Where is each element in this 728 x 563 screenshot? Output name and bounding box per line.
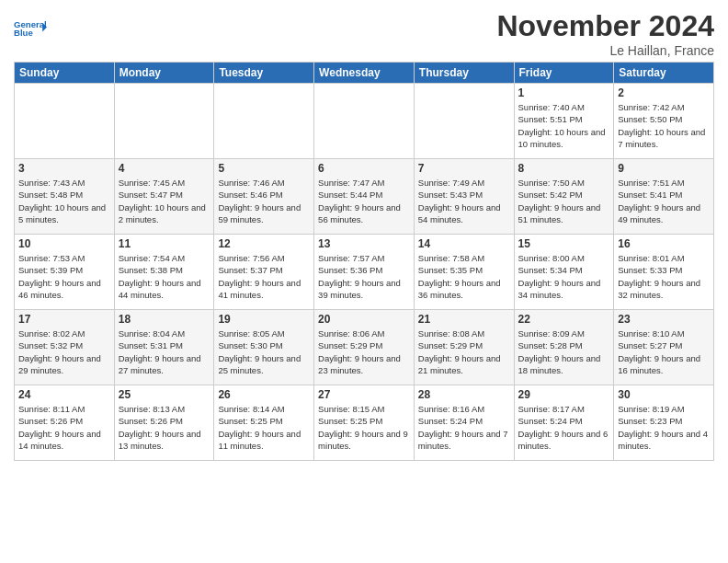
day-info: Sunrise: 7:46 AMSunset: 5:46 PMDaylight:…	[218, 177, 310, 225]
title-block: November 2024 Le Haillan, France	[496, 9, 714, 58]
calendar-week-row: 17 Sunrise: 8:02 AMSunset: 5:32 PMDaylig…	[15, 310, 714, 385]
table-row: 8 Sunrise: 7:50 AMSunset: 5:42 PMDayligh…	[514, 159, 614, 235]
calendar-table: Sunday Monday Tuesday Wednesday Thursday…	[14, 62, 714, 461]
day-info: Sunrise: 8:17 AMSunset: 5:24 PMDaylight:…	[518, 403, 610, 452]
day-number: 25	[119, 388, 210, 401]
day-info: Sunrise: 8:14 AMSunset: 5:25 PMDaylight:…	[218, 403, 310, 452]
day-number: 4	[119, 162, 210, 175]
table-row: 9 Sunrise: 7:51 AMSunset: 5:41 PMDayligh…	[614, 159, 714, 235]
table-row: 27 Sunrise: 8:15 AMSunset: 5:25 PMDaylig…	[314, 385, 415, 461]
day-number: 23	[618, 313, 710, 326]
day-number: 29	[518, 388, 610, 401]
table-row: 21 Sunrise: 8:08 AMSunset: 5:29 PMDaylig…	[414, 310, 514, 385]
day-number: 28	[418, 388, 510, 401]
table-row: 1 Sunrise: 7:40 AMSunset: 5:51 PMDayligh…	[514, 84, 614, 159]
table-row: 3 Sunrise: 7:43 AMSunset: 5:48 PMDayligh…	[15, 159, 115, 235]
table-row: 2 Sunrise: 7:42 AMSunset: 5:50 PMDayligh…	[614, 84, 714, 159]
table-row	[314, 84, 415, 159]
table-row: 30 Sunrise: 8:19 AMSunset: 5:23 PMDaylig…	[614, 385, 714, 461]
col-wednesday: Wednesday	[314, 63, 415, 84]
day-info: Sunrise: 7:42 AMSunset: 5:50 PMDaylight:…	[618, 101, 710, 150]
day-number: 11	[119, 237, 210, 250]
day-number: 26	[218, 388, 310, 401]
day-info: Sunrise: 7:47 AMSunset: 5:44 PMDaylight:…	[318, 177, 410, 225]
day-number: 12	[218, 237, 310, 250]
table-row: 13 Sunrise: 7:57 AMSunset: 5:36 PMDaylig…	[314, 235, 415, 310]
table-row: 6 Sunrise: 7:47 AMSunset: 5:44 PMDayligh…	[314, 159, 415, 235]
day-number: 17	[18, 313, 110, 326]
table-row: 22 Sunrise: 8:09 AMSunset: 5:28 PMDaylig…	[514, 310, 614, 385]
day-number: 7	[418, 162, 510, 175]
day-info: Sunrise: 7:50 AMSunset: 5:42 PMDaylight:…	[518, 177, 610, 225]
day-info: Sunrise: 7:49 AMSunset: 5:43 PMDaylight:…	[418, 177, 510, 225]
table-row: 26 Sunrise: 8:14 AMSunset: 5:25 PMDaylig…	[214, 385, 314, 461]
table-row: 14 Sunrise: 7:58 AMSunset: 5:35 PMDaylig…	[414, 235, 514, 310]
day-number: 13	[318, 237, 410, 250]
table-row: 17 Sunrise: 8:02 AMSunset: 5:32 PMDaylig…	[15, 310, 115, 385]
day-info: Sunrise: 7:40 AMSunset: 5:51 PMDaylight:…	[518, 101, 610, 150]
table-row	[15, 84, 115, 159]
day-info: Sunrise: 7:58 AMSunset: 5:35 PMDaylight:…	[418, 252, 510, 301]
day-number: 9	[618, 162, 710, 175]
table-row: 25 Sunrise: 8:13 AMSunset: 5:26 PMDaylig…	[114, 385, 214, 461]
table-row: 5 Sunrise: 7:46 AMSunset: 5:46 PMDayligh…	[214, 159, 314, 235]
table-row	[414, 84, 514, 159]
day-info: Sunrise: 7:54 AMSunset: 5:38 PMDaylight:…	[119, 252, 210, 301]
col-tuesday: Tuesday	[214, 63, 314, 84]
day-info: Sunrise: 8:06 AMSunset: 5:29 PMDaylight:…	[318, 327, 410, 376]
day-number: 18	[119, 313, 210, 326]
day-info: Sunrise: 8:05 AMSunset: 5:30 PMDaylight:…	[218, 327, 310, 376]
calendar-week-row: 3 Sunrise: 7:43 AMSunset: 5:48 PMDayligh…	[15, 159, 714, 235]
table-row: 7 Sunrise: 7:49 AMSunset: 5:43 PMDayligh…	[414, 159, 514, 235]
day-number: 16	[618, 237, 710, 250]
calendar-header-row: Sunday Monday Tuesday Wednesday Thursday…	[15, 63, 714, 84]
day-number: 22	[518, 313, 610, 326]
table-row: 12 Sunrise: 7:56 AMSunset: 5:37 PMDaylig…	[214, 235, 314, 310]
day-number: 1	[518, 86, 610, 99]
day-info: Sunrise: 8:13 AMSunset: 5:26 PMDaylight:…	[119, 403, 210, 452]
day-number: 15	[518, 237, 610, 250]
table-row	[214, 84, 314, 159]
svg-text:Blue: Blue	[14, 28, 33, 38]
day-number: 3	[18, 162, 110, 175]
calendar-week-row: 24 Sunrise: 8:11 AMSunset: 5:26 PMDaylig…	[15, 385, 714, 461]
table-row: 16 Sunrise: 8:01 AMSunset: 5:33 PMDaylig…	[614, 235, 714, 310]
day-info: Sunrise: 8:19 AMSunset: 5:23 PMDaylight:…	[618, 403, 710, 452]
day-info: Sunrise: 8:02 AMSunset: 5:32 PMDaylight:…	[18, 327, 110, 376]
table-row: 10 Sunrise: 7:53 AMSunset: 5:39 PMDaylig…	[15, 235, 115, 310]
day-info: Sunrise: 7:56 AMSunset: 5:37 PMDaylight:…	[218, 252, 310, 301]
day-number: 20	[318, 313, 410, 326]
logo: General Blue	[14, 13, 47, 46]
header: General Blue November 2024 Le Haillan, F…	[14, 9, 714, 58]
table-row: 29 Sunrise: 8:17 AMSunset: 5:24 PMDaylig…	[514, 385, 614, 461]
col-friday: Friday	[514, 63, 614, 84]
table-row	[114, 84, 214, 159]
day-number: 21	[418, 313, 510, 326]
day-info: Sunrise: 7:45 AMSunset: 5:47 PMDaylight:…	[119, 177, 210, 225]
day-info: Sunrise: 8:15 AMSunset: 5:25 PMDaylight:…	[318, 403, 410, 452]
month-title: November 2024	[496, 9, 714, 43]
table-row: 24 Sunrise: 8:11 AMSunset: 5:26 PMDaylig…	[15, 385, 115, 461]
table-row: 11 Sunrise: 7:54 AMSunset: 5:38 PMDaylig…	[114, 235, 214, 310]
col-sunday: Sunday	[15, 63, 115, 84]
col-monday: Monday	[114, 63, 214, 84]
day-number: 27	[318, 388, 410, 401]
table-row: 23 Sunrise: 8:10 AMSunset: 5:27 PMDaylig…	[614, 310, 714, 385]
table-row: 28 Sunrise: 8:16 AMSunset: 5:24 PMDaylig…	[414, 385, 514, 461]
day-info: Sunrise: 7:51 AMSunset: 5:41 PMDaylight:…	[618, 177, 710, 225]
table-row: 19 Sunrise: 8:05 AMSunset: 5:30 PMDaylig…	[214, 310, 314, 385]
day-info: Sunrise: 8:08 AMSunset: 5:29 PMDaylight:…	[418, 327, 510, 376]
day-info: Sunrise: 8:04 AMSunset: 5:31 PMDaylight:…	[119, 327, 210, 376]
day-number: 30	[618, 388, 710, 401]
day-info: Sunrise: 8:10 AMSunset: 5:27 PMDaylight:…	[618, 327, 710, 376]
table-row: 15 Sunrise: 8:00 AMSunset: 5:34 PMDaylig…	[514, 235, 614, 310]
day-number: 24	[18, 388, 110, 401]
day-number: 2	[618, 86, 710, 99]
page: General Blue November 2024 Le Haillan, F…	[0, 0, 728, 563]
table-row: 18 Sunrise: 8:04 AMSunset: 5:31 PMDaylig…	[114, 310, 214, 385]
day-info: Sunrise: 7:57 AMSunset: 5:36 PMDaylight:…	[318, 252, 410, 301]
day-number: 14	[418, 237, 510, 250]
day-number: 6	[318, 162, 410, 175]
day-info: Sunrise: 8:11 AMSunset: 5:26 PMDaylight:…	[18, 403, 110, 452]
day-number: 5	[218, 162, 310, 175]
